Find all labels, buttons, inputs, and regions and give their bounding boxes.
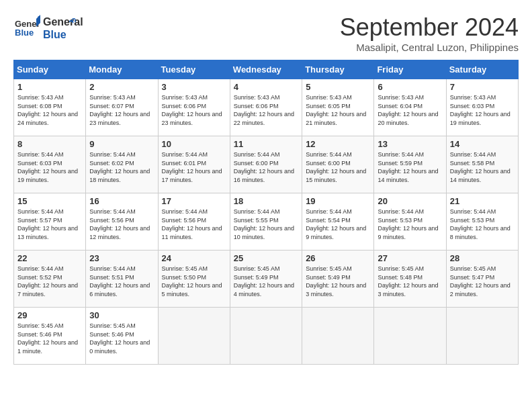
day-number: 3 <box>162 82 226 92</box>
table-row: 28Sunrise: 5:45 AM Sunset: 5:47 PM Dayli… <box>446 250 518 308</box>
day-info: Sunrise: 5:44 AM Sunset: 5:59 PM Dayligh… <box>378 150 442 184</box>
day-number: 26 <box>306 253 370 263</box>
table-row: 2Sunrise: 5:43 AM Sunset: 6:07 PM Daylig… <box>86 79 158 136</box>
day-info: Sunrise: 5:44 AM Sunset: 6:00 PM Dayligh… <box>306 150 370 184</box>
day-number: 7 <box>450 82 515 92</box>
day-number: 1 <box>17 82 82 92</box>
day-info: Sunrise: 5:43 AM Sunset: 6:05 PM Dayligh… <box>306 93 370 127</box>
logo-bird-icon <box>56 15 76 36</box>
table-row: 10Sunrise: 5:44 AM Sunset: 6:01 PM Dayli… <box>158 136 230 193</box>
page-header: General Blue General Blue September 2024… <box>13 13 519 53</box>
day-info: Sunrise: 5:44 AM Sunset: 5:52 PM Dayligh… <box>17 265 82 298</box>
table-row <box>446 308 518 365</box>
month-title: September 2024 <box>340 13 519 42</box>
day-number: 17 <box>162 196 226 206</box>
logo: General Blue General Blue <box>13 13 76 43</box>
day-number: 29 <box>17 310 82 320</box>
calendar-week-2: 8Sunrise: 5:44 AM Sunset: 6:03 PM Daylig… <box>14 136 519 193</box>
calendar-week-4: 22Sunrise: 5:44 AM Sunset: 5:52 PM Dayli… <box>14 250 519 308</box>
day-info: Sunrise: 5:43 AM Sunset: 6:06 PM Dayligh… <box>162 93 226 127</box>
day-info: Sunrise: 5:45 AM Sunset: 5:50 PM Dayligh… <box>162 265 226 298</box>
day-number: 22 <box>17 253 82 263</box>
header-row: SundayMondayTuesdayWednesdayThursdayFrid… <box>14 60 519 79</box>
col-header-monday: Monday <box>86 60 158 79</box>
day-info: Sunrise: 5:44 AM Sunset: 5:53 PM Dayligh… <box>378 208 442 241</box>
table-row: 21Sunrise: 5:44 AM Sunset: 5:53 PM Dayli… <box>446 193 518 250</box>
day-info: Sunrise: 5:44 AM Sunset: 6:02 PM Dayligh… <box>89 150 154 184</box>
table-row <box>374 308 446 365</box>
day-number: 9 <box>89 139 154 149</box>
table-row: 12Sunrise: 5:44 AM Sunset: 6:00 PM Dayli… <box>302 136 374 193</box>
day-number: 6 <box>378 82 442 92</box>
day-info: Sunrise: 5:43 AM Sunset: 6:04 PM Dayligh… <box>378 93 442 127</box>
location-subtitle: Masalipit, Central Luzon, Philippines <box>340 42 519 53</box>
day-info: Sunrise: 5:43 AM Sunset: 6:07 PM Dayligh… <box>89 93 154 127</box>
day-info: Sunrise: 5:44 AM Sunset: 5:55 PM Dayligh… <box>234 208 298 241</box>
day-info: Sunrise: 5:43 AM Sunset: 6:06 PM Dayligh… <box>234 93 298 127</box>
day-number: 13 <box>378 139 442 149</box>
table-row: 25Sunrise: 5:45 AM Sunset: 5:49 PM Dayli… <box>230 250 302 308</box>
calendar-table: SundayMondayTuesdayWednesdayThursdayFrid… <box>13 60 519 365</box>
table-row: 11Sunrise: 5:44 AM Sunset: 6:00 PM Dayli… <box>230 136 302 193</box>
table-row: 19Sunrise: 5:44 AM Sunset: 5:54 PM Dayli… <box>302 193 374 250</box>
table-row: 18Sunrise: 5:44 AM Sunset: 5:55 PM Dayli… <box>230 193 302 250</box>
day-number: 5 <box>306 82 370 92</box>
table-row: 20Sunrise: 5:44 AM Sunset: 5:53 PM Dayli… <box>374 193 446 250</box>
day-info: Sunrise: 5:45 AM Sunset: 5:49 PM Dayligh… <box>306 265 370 298</box>
day-info: Sunrise: 5:44 AM Sunset: 6:03 PM Dayligh… <box>17 150 82 184</box>
table-row: 1Sunrise: 5:43 AM Sunset: 6:08 PM Daylig… <box>14 79 86 136</box>
table-row: 26Sunrise: 5:45 AM Sunset: 5:49 PM Dayli… <box>302 250 374 308</box>
day-info: Sunrise: 5:45 AM Sunset: 5:47 PM Dayligh… <box>450 265 515 298</box>
table-row: 8Sunrise: 5:44 AM Sunset: 6:03 PM Daylig… <box>14 136 86 193</box>
day-number: 28 <box>450 253 515 263</box>
table-row: 14Sunrise: 5:44 AM Sunset: 5:58 PM Dayli… <box>446 136 518 193</box>
col-header-tuesday: Tuesday <box>158 60 230 79</box>
table-row: 9Sunrise: 5:44 AM Sunset: 6:02 PM Daylig… <box>86 136 158 193</box>
table-row: 23Sunrise: 5:44 AM Sunset: 5:51 PM Dayli… <box>86 250 158 308</box>
table-row: 24Sunrise: 5:45 AM Sunset: 5:50 PM Dayli… <box>158 250 230 308</box>
day-number: 2 <box>89 82 154 92</box>
col-header-sunday: Sunday <box>14 60 86 79</box>
calendar-week-5: 29Sunrise: 5:45 AM Sunset: 5:46 PM Dayli… <box>14 308 519 365</box>
table-row: 7Sunrise: 5:43 AM Sunset: 6:03 PM Daylig… <box>446 79 518 136</box>
table-row <box>230 308 302 365</box>
table-row: 17Sunrise: 5:44 AM Sunset: 5:56 PM Dayli… <box>158 193 230 250</box>
table-row: 27Sunrise: 5:45 AM Sunset: 5:48 PM Dayli… <box>374 250 446 308</box>
table-row: 16Sunrise: 5:44 AM Sunset: 5:56 PM Dayli… <box>86 193 158 250</box>
day-info: Sunrise: 5:44 AM Sunset: 6:00 PM Dayligh… <box>234 150 298 184</box>
col-header-friday: Friday <box>374 60 446 79</box>
day-info: Sunrise: 5:44 AM Sunset: 5:51 PM Dayligh… <box>89 265 154 298</box>
table-row: 6Sunrise: 5:43 AM Sunset: 6:04 PM Daylig… <box>374 79 446 136</box>
day-number: 11 <box>234 139 298 149</box>
day-number: 27 <box>378 253 442 263</box>
col-header-thursday: Thursday <box>302 60 374 79</box>
svg-text:Blue: Blue <box>15 28 34 38</box>
table-row: 30Sunrise: 5:45 AM Sunset: 5:46 PM Dayli… <box>86 308 158 365</box>
day-number: 18 <box>234 196 298 206</box>
table-row <box>158 308 230 365</box>
table-row: 13Sunrise: 5:44 AM Sunset: 5:59 PM Dayli… <box>374 136 446 193</box>
table-row: 4Sunrise: 5:43 AM Sunset: 6:06 PM Daylig… <box>230 79 302 136</box>
logo-icon: General Blue <box>13 13 40 40</box>
table-row: 29Sunrise: 5:45 AM Sunset: 5:46 PM Dayli… <box>14 308 86 365</box>
day-info: Sunrise: 5:44 AM Sunset: 5:53 PM Dayligh… <box>450 208 515 241</box>
day-number: 24 <box>162 253 226 263</box>
day-number: 19 <box>306 196 370 206</box>
day-info: Sunrise: 5:45 AM Sunset: 5:46 PM Dayligh… <box>17 322 82 355</box>
day-info: Sunrise: 5:44 AM Sunset: 5:58 PM Dayligh… <box>450 150 515 184</box>
day-info: Sunrise: 5:44 AM Sunset: 5:57 PM Dayligh… <box>17 208 82 241</box>
col-header-saturday: Saturday <box>446 60 518 79</box>
day-info: Sunrise: 5:45 AM Sunset: 5:48 PM Dayligh… <box>378 265 442 298</box>
calendar-week-1: 1Sunrise: 5:43 AM Sunset: 6:08 PM Daylig… <box>14 79 519 136</box>
table-row: 3Sunrise: 5:43 AM Sunset: 6:06 PM Daylig… <box>158 79 230 136</box>
day-number: 20 <box>378 196 442 206</box>
day-info: Sunrise: 5:45 AM Sunset: 5:46 PM Dayligh… <box>89 322 154 355</box>
table-row <box>302 308 374 365</box>
day-number: 14 <box>450 139 515 149</box>
title-section: September 2024 Masalipit, Central Luzon,… <box>340 13 519 53</box>
day-info: Sunrise: 5:44 AM Sunset: 5:54 PM Dayligh… <box>306 208 370 241</box>
day-number: 10 <box>162 139 226 149</box>
table-row: 15Sunrise: 5:44 AM Sunset: 5:57 PM Dayli… <box>14 193 86 250</box>
day-number: 15 <box>17 196 82 206</box>
calendar-week-3: 15Sunrise: 5:44 AM Sunset: 5:57 PM Dayli… <box>14 193 519 250</box>
